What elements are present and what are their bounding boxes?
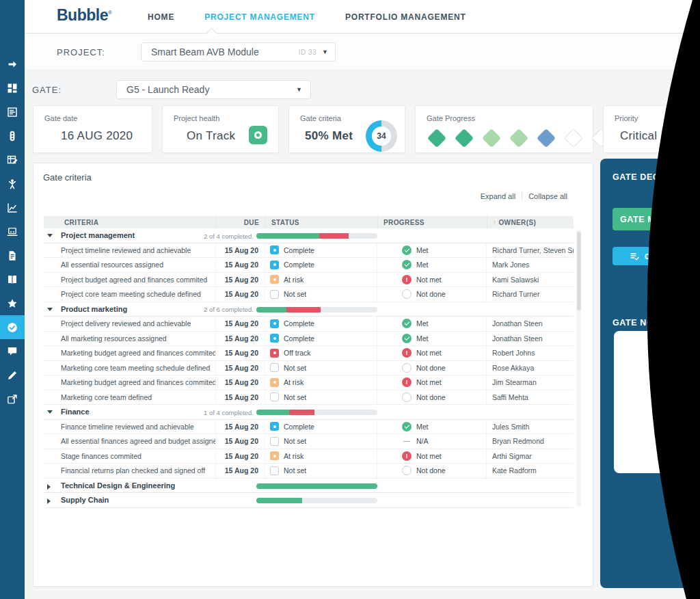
gate-notes-textarea[interactable]	[614, 331, 700, 473]
main-nav: HOMEPROJECT MANAGEMENTPORTFOLIO MANAGEME…	[148, 0, 466, 34]
sidebar-item-check-circle[interactable]	[0, 315, 25, 339]
notebook-icon	[7, 274, 18, 285]
traffic-light-icon	[7, 131, 18, 142]
gate-met-button[interactable]: GATE MET	[612, 208, 700, 230]
progress-cell[interactable]: Not met	[377, 375, 487, 390]
column-header-owners[interactable]: ↑OWNER(S)	[487, 216, 574, 228]
status-cell[interactable]: At risk	[265, 273, 377, 287]
status-cell[interactable]: Not set	[265, 361, 377, 375]
checklist-icon	[630, 252, 639, 261]
group-row[interactable]: Finance1 of 4 completed.	[44, 405, 574, 420]
progress-cell[interactable]: Met	[377, 420, 487, 434]
column-header-criteria[interactable]: CRITERIA	[44, 216, 216, 228]
priority-value: Critical	[620, 129, 657, 143]
group-row[interactable]: Supply Chain	[44, 493, 574, 508]
gate-progress-diamond-3	[482, 129, 501, 148]
status-cell[interactable]: Not set	[265, 434, 377, 449]
progress-cell[interactable]: Not done	[377, 361, 487, 375]
group-row[interactable]: Technical Design & Engineering	[44, 479, 574, 494]
sidebar-item-people[interactable]	[0, 172, 25, 196]
status-cell[interactable]: Complete	[265, 243, 377, 258]
nav-tab-project-management[interactable]: PROJECT MANAGEMENT	[204, 12, 315, 22]
criteria-cell: Project timeline reviewed and achievable	[44, 243, 216, 258]
gate-dropdown[interactable]: G5 - Launch Ready ▼	[116, 80, 311, 99]
progress-cell[interactable]: Not done	[377, 464, 487, 478]
sidebar-item-report-chart[interactable]	[0, 100, 25, 124]
collapse-triangle-icon[interactable]	[47, 234, 53, 237]
group-row[interactable]: Product marketing2 of 6 completed.	[44, 302, 574, 317]
expand-all-link[interactable]: Expand all	[474, 192, 522, 200]
status-cell[interactable]: At risk	[265, 449, 377, 464]
gate-date-label: Gate date	[44, 114, 77, 122]
status-cell[interactable]: At risk	[265, 375, 377, 390]
chevron-down-icon: ▼	[296, 86, 302, 93]
sidebar-item-dashboard[interactable]	[0, 76, 25, 100]
progress-notmet-icon	[402, 451, 412, 461]
sidebar-item-export[interactable]	[0, 387, 25, 411]
criteria-cell: Stage finances commited	[44, 449, 216, 464]
progress-cell[interactable]: Not met	[377, 346, 487, 360]
status-cell[interactable]: Complete	[265, 420, 377, 434]
sidebar-item-line-chart[interactable]	[0, 196, 25, 219]
project-dropdown[interactable]: Smart Beam AVB Module ID 33 ▼	[141, 42, 336, 62]
sidebar-item-planning-table[interactable]	[0, 148, 25, 172]
sidebar-item-traffic-light[interactable]	[0, 124, 25, 148]
criteria-cell: Financial returns plan checked and signe…	[44, 464, 216, 478]
gate-date-value: 16 AUG 2020	[61, 129, 133, 143]
sidebar-item-arrow-right[interactable]	[0, 52, 25, 76]
progress-cell[interactable]: Not met	[377, 449, 487, 464]
column-header-progress[interactable]: PROGRESS	[377, 216, 487, 228]
sidebar-item-document[interactable]	[0, 243, 25, 267]
group-row[interactable]: Project management2 of 4 completed.	[44, 228, 574, 243]
progress-cell[interactable]: N/A	[377, 434, 487, 449]
collapse-triangle-icon[interactable]	[47, 308, 53, 311]
sidebar-item-star[interactable]	[0, 291, 25, 315]
collapse-triangle-icon[interactable]	[47, 410, 53, 414]
progress-cell[interactable]: Met	[377, 317, 487, 331]
due-cell: 15 Aug 20	[216, 258, 265, 272]
progress-cell[interactable]: Not done	[377, 287, 487, 302]
due-cell: 15 Aug 20	[216, 434, 265, 449]
expand-triangle-icon[interactable]	[47, 498, 51, 504]
progress-cell[interactable]: Not met	[377, 273, 487, 287]
status-complete-icon	[270, 319, 279, 328]
expand-collapse-links: Expand all Collapse all	[474, 192, 574, 200]
status-notset-icon	[270, 290, 279, 299]
sidebar-item-edit-pencil[interactable]	[0, 363, 25, 387]
expand-triangle-icon[interactable]	[47, 484, 51, 490]
due-cell: 15 Aug 20	[216, 287, 265, 302]
status-atrisk-icon	[270, 275, 279, 284]
complete-gate-button[interactable]: COMPLETE	[612, 247, 700, 265]
gate-progress-diamond-1	[427, 129, 446, 148]
progress-cell[interactable]: Met	[377, 258, 487, 272]
collapse-all-link[interactable]: Collapse all	[522, 192, 574, 200]
table-row: All essential finances agreed and budget…	[44, 434, 574, 449]
sidebar-item-notebook[interactable]	[0, 267, 25, 291]
project-health-card: Project health On Track	[162, 105, 279, 153]
criteria-table: CRITERIADUESTATUSPROGRESS↑OWNER(S)Projec…	[44, 216, 574, 508]
column-header-due[interactable]: DUE	[216, 216, 265, 228]
scrollbar-thumb[interactable]	[577, 232, 581, 310]
table-row: Project timeline reviewed and achievable…	[44, 243, 574, 258]
status-cell[interactable]: Complete	[265, 258, 377, 272]
status-cell[interactable]: Complete	[265, 332, 377, 346]
progress-na-icon	[402, 436, 412, 446]
progress-cell[interactable]: Met	[377, 243, 487, 258]
status-cell[interactable]: Not set	[265, 287, 377, 302]
nav-tab-portfolio-management[interactable]: PORTFOLIO MANAGEMENT	[345, 12, 466, 22]
group-completed-count: 2 of 4 completed.	[146, 232, 254, 240]
status-cell[interactable]: Not set	[265, 390, 377, 405]
progress-cell[interactable]: Met	[377, 332, 487, 346]
table-row: Project delivery reviewed and achievable…	[44, 317, 574, 332]
project-label: PROJECT:	[57, 47, 105, 57]
column-header-status[interactable]: STATUS	[265, 216, 377, 228]
sidebar-item-whiteboard[interactable]	[0, 219, 25, 243]
progress-cell[interactable]: Not done	[377, 390, 487, 405]
owner-cell: Jonathan Steen	[487, 317, 574, 331]
status-cell[interactable]: Not set	[265, 464, 377, 478]
sidebar-item-comment[interactable]	[0, 339, 25, 363]
table-scrollbar[interactable]	[576, 229, 581, 507]
status-cell[interactable]: Off track	[265, 346, 377, 360]
status-cell[interactable]: Complete	[265, 317, 377, 331]
nav-tab-home[interactable]: HOME	[148, 12, 174, 22]
